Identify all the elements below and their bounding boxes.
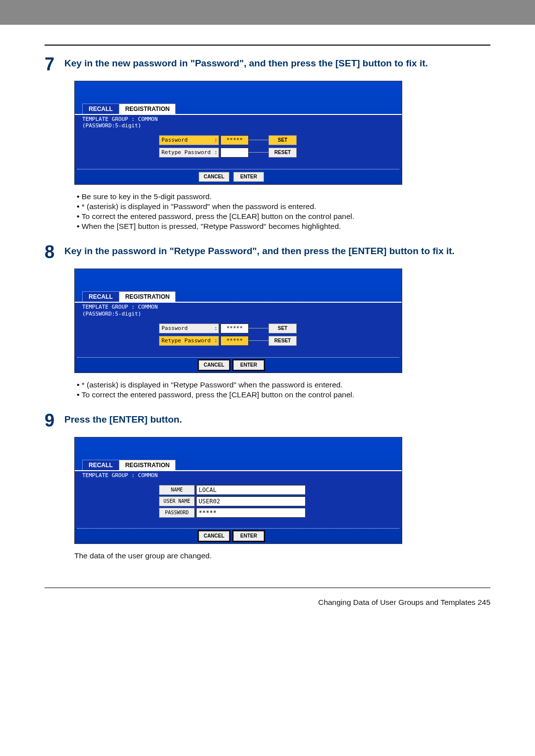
step-9-title: Press the [ENTER] button. <box>64 414 182 430</box>
screenshot-9: RECALL REGISTRATION TEMPLATE GROUP : COM… <box>74 437 402 544</box>
tab-registration[interactable]: REGISTRATION <box>119 460 176 470</box>
tab-recall[interactable]: RECALL <box>82 104 119 114</box>
username-value[interactable]: USER02 <box>196 496 306 506</box>
step-7-bullets: Be sure to key in the 5-digit password. … <box>77 192 490 231</box>
tab-recall[interactable]: RECALL <box>82 291 119 302</box>
tab-recall[interactable]: RECALL <box>82 460 119 470</box>
page-footer: Changing Data of User Groups and Templat… <box>0 593 535 622</box>
step-9-number: 9 <box>45 412 64 430</box>
template-info: TEMPLATE GROUP : COMMON(PASSWORD:5-digit… <box>75 114 402 133</box>
retype-password-label: Retype Password: <box>159 148 219 158</box>
footer-rule <box>45 588 490 588</box>
enter-button[interactable]: ENTER <box>233 531 264 541</box>
tab-registration[interactable]: REGISTRATION <box>119 291 176 302</box>
step-7: 7 Key in the new password in "Password",… <box>45 55 490 73</box>
retype-password-label: Retype Password: <box>159 336 219 346</box>
enter-button[interactable]: ENTER <box>233 172 264 182</box>
cancel-button[interactable]: CANCEL <box>199 172 229 182</box>
screenshot-8: RECALL REGISTRATION TEMPLATE GROUP : COM… <box>74 269 402 373</box>
screenshot-7: RECALL REGISTRATION TEMPLATE GROUP : COM… <box>74 81 402 185</box>
header-bar <box>0 0 535 25</box>
step-8-bullets: * (asterisk) is displayed in "Retype Pas… <box>77 380 490 399</box>
step-8-number: 8 <box>45 243 64 261</box>
cancel-button[interactable]: CANCEL <box>199 360 229 370</box>
reset-button[interactable]: RESET <box>268 148 297 158</box>
password-input[interactable]: ***** <box>220 324 249 333</box>
set-button[interactable]: SET <box>268 324 297 333</box>
top-rule <box>45 45 490 46</box>
step-9: 9 Press the [ENTER] button. <box>45 412 490 430</box>
password-label: Password: <box>159 135 219 145</box>
name-label: NAME <box>159 485 195 495</box>
step-7-number: 7 <box>45 55 64 73</box>
step-9-note: The data of the user group are changed. <box>74 551 490 560</box>
reset-button[interactable]: RESET <box>268 336 297 346</box>
retype-password-input[interactable]: ***** <box>220 336 249 346</box>
name-value[interactable]: LOCAL <box>196 485 306 495</box>
template-info: TEMPLATE GROUP : COMMON(PASSWORD:5-digit… <box>75 302 402 321</box>
password-input[interactable]: ***** <box>220 135 249 145</box>
password-button[interactable]: PASSWORD <box>159 508 195 518</box>
enter-button[interactable]: ENTER <box>233 360 264 370</box>
template-info: TEMPLATE GROUP : COMMON <box>75 470 402 483</box>
set-button[interactable]: SET <box>268 135 297 145</box>
password-value[interactable]: ***** <box>196 508 306 518</box>
step-8-title: Key in the password in "Retype Password"… <box>64 246 455 261</box>
tab-registration[interactable]: REGISTRATION <box>119 104 176 114</box>
cancel-button[interactable]: CANCEL <box>199 531 229 541</box>
password-label: Password: <box>159 324 219 333</box>
username-label: USER NAME <box>159 496 195 506</box>
step-7-title: Key in the new password in "Password", a… <box>64 58 428 73</box>
retype-password-input[interactable] <box>220 148 249 158</box>
step-8: 8 Key in the password in "Retype Passwor… <box>45 243 490 261</box>
